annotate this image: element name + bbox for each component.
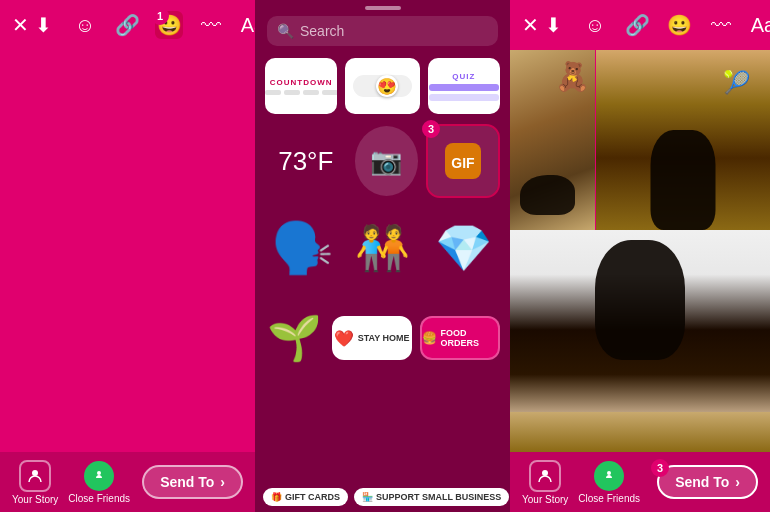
quiz-bar-2 (429, 94, 499, 101)
right-sticker-icon[interactable]: 😀 (665, 11, 693, 39)
foodorders-sticker[interactable]: 🍔 FOOD ORDERS (420, 316, 500, 360)
sticker-row-3: 🗣️ 🧑‍🤝‍🧑 💎 (265, 208, 500, 288)
bar-2 (284, 90, 300, 95)
right-chevron-right-icon: › (735, 474, 740, 490)
right-photos: 🧸 🎾 (510, 50, 770, 452)
right-your-story-icon (529, 460, 561, 492)
right-close-friends-icon (594, 461, 624, 491)
your-story-label: Your Story (12, 494, 58, 505)
slider-track: 😍 (353, 75, 411, 97)
close-friends-icon (84, 461, 114, 491)
right-toolbar: ✕ ⬇ ☺ 🔗 😀 〰 Aa (510, 0, 770, 50)
right-close-friends-group[interactable]: Close Friends (578, 461, 640, 504)
right-photo-row2-container (510, 230, 770, 452)
dog-ball: 🎾 (723, 70, 750, 96)
your-story-icon (19, 460, 51, 492)
close-icon[interactable]: ✕ (12, 11, 29, 39)
right-audio-icon[interactable]: 〰 (707, 11, 735, 39)
search-bar[interactable]: 🔍 Search (267, 16, 498, 46)
right-photo-row1: 🧸 🎾 (510, 50, 770, 230)
right-your-story-label: Your Story (522, 494, 568, 505)
quiz-bar-1 (429, 84, 499, 91)
right-close-friends-label: Close Friends (578, 493, 640, 504)
bar-1 (265, 90, 281, 95)
left-panel: ✕ ⬇ ☺ 🔗 😀 1 〰 Aa Your Story (0, 0, 255, 512)
dog-photo-bottom (510, 230, 770, 452)
close-friends-label: Close Friends (68, 493, 130, 504)
quiz-label: QUIZ (452, 72, 475, 81)
your-story-group[interactable]: Your Story (12, 460, 58, 505)
support-small-business-sticker[interactable]: 🏪 SUPPORT SMALL BUSINESS (354, 488, 509, 506)
right-download-icon[interactable]: ⬇ (539, 11, 567, 39)
right-link-icon[interactable]: 🔗 (623, 11, 651, 39)
bar-3 (303, 90, 319, 95)
camera-sticker[interactable]: 📷 (355, 126, 418, 196)
left-bottom-bar: Your Story Close Friends Send To › (0, 452, 255, 512)
bottom-sticker-bar: 🎁 GIFT CARDS 🏪 SUPPORT SMALL BUSINESS 🙏 … (255, 482, 510, 512)
download-icon[interactable]: ⬇ (29, 11, 57, 39)
scream-sticker[interactable]: 🗣️ (265, 208, 338, 288)
gif-icon: GIF (445, 143, 481, 179)
fluffy-dog-body (595, 240, 685, 360)
countdown-label: COUNTDOWN (270, 78, 333, 87)
send-to-wrapper: Send To › 3 (657, 465, 758, 499)
chevron-right-icon: › (220, 474, 225, 490)
left-toolbar: ✕ ⬇ ☺ 🔗 😀 1 〰 Aa (0, 0, 255, 50)
temp-sticker[interactable]: 73°F (265, 133, 347, 189)
svg-point-3 (542, 470, 548, 476)
search-placeholder: Search (300, 23, 344, 39)
dog-shape-small (520, 175, 575, 215)
dog-photo-large: 🎾 (596, 50, 770, 230)
floor (510, 412, 770, 452)
right-text-icon[interactable]: Aa (749, 11, 770, 39)
slider-thumb: 😍 (376, 75, 398, 97)
middle-panel: 🔍 Search COUNTDOWN 😍 QUIZ (255, 0, 510, 512)
quiz-sticker[interactable]: QUIZ (428, 58, 500, 114)
sticker-row-1: COUNTDOWN 😍 QUIZ (265, 58, 500, 114)
right-emoji-icon[interactable]: ☺ (581, 11, 609, 39)
drag-pill (365, 6, 401, 10)
gif-sticker[interactable]: GIF (428, 126, 498, 196)
bar-4 (322, 90, 338, 95)
right-bottom-bar: Your Story Close Friends Send To › 3 (510, 452, 770, 512)
people-sticker[interactable]: 🧑‍🤝‍🧑 (346, 208, 419, 288)
sticker-icon[interactable]: 😀 1 (155, 11, 183, 39)
plant-sticker[interactable]: 🌱 (265, 298, 324, 378)
gift-cards-sticker[interactable]: 🎁 GIFT CARDS (263, 488, 348, 506)
badge-1: 1 (151, 7, 169, 25)
right-close-icon[interactable]: ✕ (522, 11, 539, 39)
sticker-row-2: 73°F 📷 GIF 3 (265, 124, 500, 198)
close-friends-group[interactable]: Close Friends (68, 461, 130, 504)
right-bottom-left: Your Story Close Friends (522, 460, 640, 505)
left-bottom-left: Your Story Close Friends (12, 460, 130, 505)
dog-toy: 🧸 (555, 60, 590, 93)
svg-point-0 (32, 470, 38, 476)
audio-icon[interactable]: 〰 (197, 11, 225, 39)
dog-body-large (651, 130, 716, 230)
svg-text:GIF: GIF (451, 155, 475, 171)
dog-photo-small: 🧸 (510, 50, 595, 230)
countdown-bars (265, 90, 337, 95)
stayhome-sticker[interactable]: ❤️ STAY HOME (332, 316, 412, 360)
badge-2: 3 (422, 120, 440, 138)
send-to-button[interactable]: Send To › (142, 465, 243, 499)
search-icon: 🔍 (277, 23, 294, 39)
right-your-story-group[interactable]: Your Story (522, 460, 568, 505)
sticker-row-4: 🌱 ❤️ STAY HOME 🍔 FOOD ORDERS (265, 298, 500, 378)
diamond-sticker[interactable]: 💎 (427, 208, 500, 288)
right-toolbar-icons: ⬇ ☺ 🔗 😀 〰 Aa (539, 11, 770, 39)
countdown-sticker[interactable]: COUNTDOWN (265, 58, 337, 114)
link-icon[interactable]: 🔗 (113, 11, 141, 39)
left-canvas (0, 50, 255, 452)
gif-sticker-wrapper: GIF 3 (426, 124, 500, 198)
emoji-icon[interactable]: ☺ (71, 11, 99, 39)
left-toolbar-icons: ⬇ ☺ 🔗 😀 1 〰 Aa (29, 11, 267, 39)
right-panel: ✕ ⬇ ☺ 🔗 😀 〰 Aa 🧸 🎾 (510, 0, 770, 512)
stickers-grid: COUNTDOWN 😍 QUIZ (255, 54, 510, 482)
right-send-to-button[interactable]: Send To › (657, 465, 758, 499)
slider-sticker[interactable]: 😍 (345, 58, 419, 114)
